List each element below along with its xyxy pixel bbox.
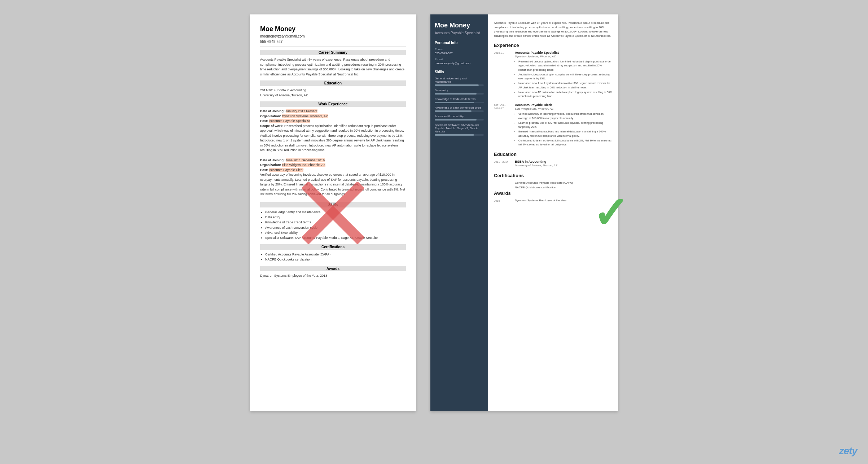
- skill-bar-fill: [435, 93, 477, 95]
- right-resume-wrapper: ✓ Moe Money Accounts Payable Specialist …: [430, 14, 618, 411]
- right-phone-label: Phone: [435, 48, 484, 51]
- right-experience-header: Experience: [494, 43, 612, 48]
- exp-content: Accounts Payable Specialist Dynatron Sys…: [515, 51, 612, 99]
- edu-subtitle: University of Arizona, Tucson, AZ: [515, 164, 612, 167]
- left-work1-post-label: Post:: [260, 119, 268, 123]
- edu-title: BSBA in Accounting: [515, 160, 612, 163]
- left-work2-post-label: Post:: [260, 168, 268, 172]
- right-email-label: E-mail: [435, 58, 484, 61]
- left-work1-scope-label: Scope of work:: [260, 124, 284, 128]
- exp-subtitle: Elite Widgets Inc, Phoenix, AZ: [515, 107, 612, 110]
- left-work1-date-label: Date of Joining:: [260, 109, 285, 113]
- left-phone: 555-6949-527: [260, 40, 406, 44]
- edu-content: BSBA in Accounting University of Arizona…: [515, 160, 612, 168]
- left-skill-item: Data entry: [265, 215, 406, 220]
- skill-name: Advanced Excel ability: [435, 115, 484, 118]
- left-skills-list: General ledger entry and maintenanceData…: [260, 210, 406, 241]
- zety-logo: zety: [839, 445, 857, 457]
- skill-name: Awareness of cash conversion cycle: [435, 106, 484, 109]
- right-skill-item: Awareness of cash conversion cycle: [435, 106, 484, 112]
- right-skill-item: Knowledge of trade credit terms: [435, 97, 484, 103]
- right-skills-header: Skills: [435, 70, 484, 74]
- exp-date: 2011-06 - 2016-17: [494, 103, 512, 147]
- left-certs-ul: Certified Accounts Payable Associate (CA…: [260, 252, 406, 262]
- left-work1-scope: Researched process optimization. Identif…: [260, 124, 404, 152]
- right-resume: Moe Money Accounts Payable Specialist Pe…: [430, 14, 618, 411]
- right-skills-list: General ledger entry and maintenance Dat…: [435, 77, 484, 136]
- skill-bar-fill: [435, 102, 474, 103]
- exp-date: 2018-01: [494, 51, 512, 99]
- right-personal-info-header: Personal Info: [435, 41, 484, 45]
- right-award-entry: 2018 Dynatron Systems Employee of the Ye…: [494, 199, 612, 202]
- left-career-summary-header: Career Summary: [260, 50, 406, 55]
- exp-bullet: Entered financial transactions into inte…: [518, 130, 612, 138]
- exp-bullet: Contributed to team achieving full compl…: [518, 139, 612, 147]
- exp-bullet: Researched process optimization. Identif…: [518, 60, 612, 72]
- right-sidebar-title: Accounts Payable Specialist: [435, 31, 484, 35]
- skill-bar-bg: [435, 134, 484, 136]
- skill-bar-bg: [435, 119, 484, 121]
- left-resume: Moe Money moemoneyzety@gmail.com 555-694…: [250, 14, 416, 411]
- left-work2-date-label: Date of Joining:: [260, 158, 285, 162]
- skill-bar-fill: [435, 119, 477, 121]
- left-email: moemoneyzety@gmail.com: [260, 34, 406, 38]
- left-work1-post: Accounts Payable Specialist: [269, 119, 310, 123]
- right-certs-list: Certified Accounts Payable Associate (CA…: [494, 181, 612, 189]
- left-work1-org: Dynatron Systems, Phoenix, AZ: [282, 114, 328, 118]
- exp-bullet: Verified accuracy of incoming invoices, …: [518, 112, 612, 120]
- skill-bar-bg: [435, 102, 484, 103]
- skill-bar-bg: [435, 110, 484, 112]
- page-wrapper: Moe Money moemoneyzety@gmail.com 555-694…: [37, 14, 831, 411]
- right-education-list: 2011 - 2014 BSBA in Accounting Universit…: [494, 160, 612, 168]
- right-email: moemoneyzety@gmail.com: [435, 62, 484, 65]
- exp-title: Accounts Payable Clerk: [515, 103, 612, 107]
- left-work1-date: January 2017 Present: [286, 109, 317, 113]
- right-skill-item: Specialist Software: SAP Accounts Payabl…: [435, 123, 484, 136]
- left-work2-date: June 2011 December 2016: [286, 158, 325, 162]
- left-work2-org: Elite Widgets Inc. Phoenix, AZ: [282, 163, 326, 167]
- left-skill-item: Advanced Excel ability: [265, 230, 406, 235]
- right-cert-item: NACPB Quickbooks certification: [494, 186, 612, 189]
- skill-bar-bg: [435, 93, 484, 95]
- left-work-header: Work Experience: [260, 101, 406, 107]
- left-education-header: Education: [260, 80, 406, 86]
- left-education: 2011-2014, BSBA in Accounting University…: [260, 88, 406, 98]
- left-certs-list: Certified Accounts Payable Associate (CA…: [260, 252, 406, 262]
- skill-bar-fill: [435, 110, 472, 112]
- award-text: Dynatron Systems Employee of the Year: [515, 199, 612, 202]
- skill-name: General ledger entry and maintenance: [435, 77, 484, 83]
- skill-name: Knowledge of trade credit terms: [435, 97, 484, 101]
- left-resume-name: Moe Money: [260, 25, 406, 33]
- exp-bullet: Introduced new AP automation suite to re…: [518, 90, 612, 99]
- right-cert-item: Certified Accounts Payable Associate (CA…: [494, 181, 612, 184]
- skill-bar-fill: [435, 134, 474, 136]
- left-skills-ul: General ledger entry and maintenanceData…: [260, 210, 406, 241]
- exp-bullet: Learned practical use of SAP for account…: [518, 121, 612, 129]
- right-sidebar: Moe Money Accounts Payable Specialist Pe…: [430, 14, 488, 411]
- left-skill-item: Specialist Software: SAP Accounts Payabl…: [265, 235, 406, 240]
- left-cert-item: Certified Accounts Payable Associate (CA…: [265, 252, 406, 257]
- right-summary: Accounts Payable Specialist with 8+ year…: [494, 21, 612, 38]
- exp-subtitle: Dynatron Systems, Phoenix, AZ: [515, 55, 612, 58]
- right-experience-list: 2018-01 Accounts Payable Specialist Dyna…: [494, 51, 612, 147]
- edu-date: 2011 - 2014: [494, 160, 512, 168]
- left-skill-item: Knowledge of trade credit terms: [265, 220, 406, 225]
- right-skill-item: Data entry: [435, 89, 484, 95]
- right-exp-entry: 2018-01 Accounts Payable Specialist Dyna…: [494, 51, 612, 99]
- left-work2-post: Accounts Payable Clerk: [269, 168, 304, 172]
- exp-bullet: Introduced new 1 on 1 system and innovat…: [518, 81, 612, 89]
- left-awards-header: Awards: [260, 266, 406, 271]
- skill-name: Data entry: [435, 89, 484, 92]
- left-cert-item: NACPB Quickbooks certification: [265, 257, 406, 262]
- left-skill-item: Awareness of cash conversion cycle: [265, 225, 406, 230]
- exp-bullets: Verified accuracy of incoming invoices, …: [515, 112, 612, 146]
- right-edu-entry: 2011 - 2014 BSBA in Accounting Universit…: [494, 160, 612, 168]
- award-content: Dynatron Systems Employee of the Year: [515, 199, 612, 202]
- skill-bar-fill: [435, 84, 479, 86]
- left-work-entry-1: Date of Joining: January 2017 Present Or…: [260, 109, 406, 153]
- right-awards-header: Awards: [494, 191, 612, 196]
- skill-name: Specialist Software: SAP Accounts Payabl…: [435, 123, 484, 133]
- right-sidebar-name: Moe Money: [435, 22, 484, 30]
- right-exp-entry: 2011-06 - 2016-17 Accounts Payable Clerk…: [494, 103, 612, 147]
- right-main: Accounts Payable Specialist with 8+ year…: [488, 14, 618, 411]
